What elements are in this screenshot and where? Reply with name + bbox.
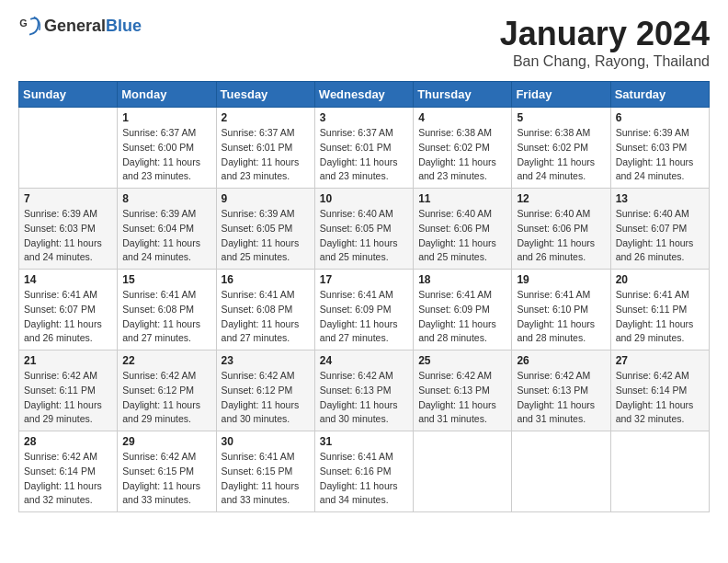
day-info: Sunrise: 6:37 AM Sunset: 6:01 PM Dayligh… <box>222 126 310 184</box>
day-number: 25 <box>418 354 506 367</box>
calendar-cell: 8Sunrise: 6:39 AM Sunset: 6:04 PM Daylig… <box>118 189 216 270</box>
calendar-cell: 16Sunrise: 6:41 AM Sunset: 6:08 PM Dayli… <box>216 270 314 350</box>
day-number: 10 <box>320 192 408 205</box>
dow-header-sunday: Sunday <box>19 82 118 108</box>
day-number: 15 <box>122 273 210 286</box>
calendar-cell: 29Sunrise: 6:42 AM Sunset: 6:15 PM Dayli… <box>118 431 216 512</box>
day-number: 22 <box>122 354 210 367</box>
days-of-week-row: SundayMondayTuesdayWednesdayThursdayFrid… <box>19 82 710 108</box>
day-info: Sunrise: 6:39 AM Sunset: 6:03 PM Dayligh… <box>24 207 112 265</box>
logo-icon: G <box>18 15 40 37</box>
calendar-cell: 9Sunrise: 6:39 AM Sunset: 6:05 PM Daylig… <box>216 189 314 270</box>
day-number: 21 <box>24 354 112 367</box>
main-title: January 2024 <box>500 15 710 53</box>
dow-header-wednesday: Wednesday <box>314 82 413 108</box>
day-number: 29 <box>122 435 210 448</box>
dow-header-saturday: Saturday <box>610 82 709 108</box>
day-number: 6 <box>616 111 704 124</box>
day-number: 7 <box>24 192 112 205</box>
sub-title: Ban Chang, Rayong, Thailand <box>500 53 710 70</box>
calendar-cell: 30Sunrise: 6:41 AM Sunset: 6:15 PM Dayli… <box>216 431 314 512</box>
day-info: Sunrise: 6:42 AM Sunset: 6:13 PM Dayligh… <box>517 369 605 427</box>
calendar-cell: 7Sunrise: 6:39 AM Sunset: 6:03 PM Daylig… <box>19 189 118 270</box>
day-info: Sunrise: 6:37 AM Sunset: 6:01 PM Dayligh… <box>320 126 408 184</box>
day-info: Sunrise: 6:42 AM Sunset: 6:12 PM Dayligh… <box>122 369 210 427</box>
logo: G GeneralBlue <box>18 15 142 37</box>
day-number: 1 <box>122 111 210 124</box>
calendar-cell: 12Sunrise: 6:40 AM Sunset: 6:06 PM Dayli… <box>512 189 610 270</box>
dow-header-thursday: Thursday <box>414 82 512 108</box>
calendar-table: SundayMondayTuesdayWednesdayThursdayFrid… <box>18 81 710 512</box>
day-info: Sunrise: 6:42 AM Sunset: 6:12 PM Dayligh… <box>222 369 310 427</box>
calendar-cell: 31Sunrise: 6:41 AM Sunset: 6:16 PM Dayli… <box>314 431 413 512</box>
calendar-cell: 10Sunrise: 6:40 AM Sunset: 6:05 PM Dayli… <box>314 189 413 270</box>
calendar-cell: 5Sunrise: 6:38 AM Sunset: 6:02 PM Daylig… <box>512 108 610 189</box>
week-row-2: 7Sunrise: 6:39 AM Sunset: 6:03 PM Daylig… <box>19 189 710 270</box>
day-number: 31 <box>320 435 408 448</box>
week-row-5: 28Sunrise: 6:42 AM Sunset: 6:14 PM Dayli… <box>19 431 710 512</box>
day-info: Sunrise: 6:40 AM Sunset: 6:07 PM Dayligh… <box>616 207 704 265</box>
calendar-cell <box>414 431 512 512</box>
day-number: 4 <box>418 111 506 124</box>
day-number: 18 <box>418 273 506 286</box>
day-number: 11 <box>418 192 506 205</box>
calendar-cell: 27Sunrise: 6:42 AM Sunset: 6:14 PM Dayli… <box>610 350 709 431</box>
day-info: Sunrise: 6:38 AM Sunset: 6:02 PM Dayligh… <box>418 126 506 184</box>
calendar-cell: 24Sunrise: 6:42 AM Sunset: 6:13 PM Dayli… <box>314 350 413 431</box>
title-area: January 2024 Ban Chang, Rayong, Thailand <box>500 15 710 70</box>
day-info: Sunrise: 6:42 AM Sunset: 6:14 PM Dayligh… <box>24 450 112 508</box>
day-info: Sunrise: 6:37 AM Sunset: 6:00 PM Dayligh… <box>122 126 210 184</box>
day-info: Sunrise: 6:41 AM Sunset: 6:09 PM Dayligh… <box>320 288 408 346</box>
day-info: Sunrise: 6:41 AM Sunset: 6:10 PM Dayligh… <box>517 288 605 346</box>
logo-text: GeneralBlue <box>44 17 142 36</box>
day-info: Sunrise: 6:40 AM Sunset: 6:05 PM Dayligh… <box>320 207 408 265</box>
day-info: Sunrise: 6:41 AM Sunset: 6:11 PM Dayligh… <box>616 288 704 346</box>
day-info: Sunrise: 6:42 AM Sunset: 6:11 PM Dayligh… <box>24 369 112 427</box>
day-number: 16 <box>222 273 310 286</box>
day-number: 26 <box>517 354 605 367</box>
day-number: 12 <box>517 192 605 205</box>
day-number: 13 <box>616 192 704 205</box>
day-number: 24 <box>320 354 408 367</box>
day-info: Sunrise: 6:42 AM Sunset: 6:13 PM Dayligh… <box>418 369 506 427</box>
week-row-1: 1Sunrise: 6:37 AM Sunset: 6:00 PM Daylig… <box>19 108 710 189</box>
day-info: Sunrise: 6:40 AM Sunset: 6:06 PM Dayligh… <box>418 207 506 265</box>
day-info: Sunrise: 6:41 AM Sunset: 6:08 PM Dayligh… <box>122 288 210 346</box>
day-info: Sunrise: 6:42 AM Sunset: 6:14 PM Dayligh… <box>616 369 704 427</box>
dow-header-tuesday: Tuesday <box>216 82 314 108</box>
calendar-cell: 13Sunrise: 6:40 AM Sunset: 6:07 PM Dayli… <box>610 189 709 270</box>
svg-text:G: G <box>19 17 27 29</box>
calendar-cell: 11Sunrise: 6:40 AM Sunset: 6:06 PM Dayli… <box>414 189 512 270</box>
day-number: 27 <box>616 354 704 367</box>
day-number: 23 <box>222 354 310 367</box>
day-number: 5 <box>517 111 605 124</box>
day-number: 9 <box>222 192 310 205</box>
calendar-cell: 18Sunrise: 6:41 AM Sunset: 6:09 PM Dayli… <box>414 270 512 350</box>
logo-blue: Blue <box>106 17 142 35</box>
day-number: 8 <box>122 192 210 205</box>
day-number: 2 <box>222 111 310 124</box>
calendar-cell: 25Sunrise: 6:42 AM Sunset: 6:13 PM Dayli… <box>414 350 512 431</box>
day-number: 3 <box>320 111 408 124</box>
calendar-cell: 2Sunrise: 6:37 AM Sunset: 6:01 PM Daylig… <box>216 108 314 189</box>
calendar-cell: 17Sunrise: 6:41 AM Sunset: 6:09 PM Dayli… <box>314 270 413 350</box>
day-number: 30 <box>222 435 310 448</box>
day-number: 19 <box>517 273 605 286</box>
day-info: Sunrise: 6:39 AM Sunset: 6:03 PM Dayligh… <box>616 126 704 184</box>
calendar-cell: 23Sunrise: 6:42 AM Sunset: 6:12 PM Dayli… <box>216 350 314 431</box>
day-info: Sunrise: 6:39 AM Sunset: 6:05 PM Dayligh… <box>222 207 310 265</box>
calendar-cell: 6Sunrise: 6:39 AM Sunset: 6:03 PM Daylig… <box>610 108 709 189</box>
calendar-cell: 22Sunrise: 6:42 AM Sunset: 6:12 PM Dayli… <box>118 350 216 431</box>
day-number: 17 <box>320 273 408 286</box>
day-info: Sunrise: 6:41 AM Sunset: 6:09 PM Dayligh… <box>418 288 506 346</box>
calendar-cell: 19Sunrise: 6:41 AM Sunset: 6:10 PM Dayli… <box>512 270 610 350</box>
calendar-cell: 4Sunrise: 6:38 AM Sunset: 6:02 PM Daylig… <box>414 108 512 189</box>
logo-general: General <box>44 17 106 35</box>
day-info: Sunrise: 6:41 AM Sunset: 6:08 PM Dayligh… <box>222 288 310 346</box>
day-number: 14 <box>24 273 112 286</box>
day-info: Sunrise: 6:39 AM Sunset: 6:04 PM Dayligh… <box>122 207 210 265</box>
header: G GeneralBlue January 2024 Ban Chang, Ra… <box>18 15 710 70</box>
day-info: Sunrise: 6:42 AM Sunset: 6:13 PM Dayligh… <box>320 369 408 427</box>
calendar-cell: 3Sunrise: 6:37 AM Sunset: 6:01 PM Daylig… <box>314 108 413 189</box>
week-row-4: 21Sunrise: 6:42 AM Sunset: 6:11 PM Dayli… <box>19 350 710 431</box>
